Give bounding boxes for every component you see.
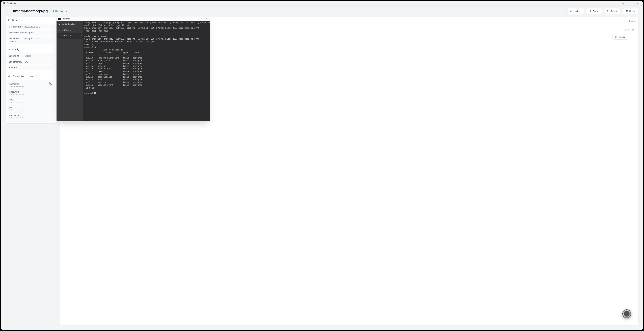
svg-rect-2 xyxy=(630,3,631,4)
credentials-block: username ********** password ********** … xyxy=(8,80,54,122)
basic-card: Basic Creation Time 2023/08/09 11:24 Dat… xyxy=(6,16,56,124)
connection-title: Connection xyxy=(13,75,25,78)
row-db-type: DataBase Type postgresql xyxy=(8,30,54,35)
row-more-button[interactable]: ⋮ xyxy=(631,35,634,39)
terminal-tab-icon xyxy=(58,34,60,37)
terminal-close-button[interactable] xyxy=(204,17,209,20)
delete-label: Delete xyxy=(629,10,636,12)
assistant-bubble[interactable] xyxy=(622,309,631,318)
row-db-version: DataBase Version postgresql-14.8.0 xyxy=(8,36,54,44)
cred-host: host ********** xyxy=(10,98,52,105)
key-creation-time: Creation Time xyxy=(9,26,24,28)
terminal-minimize-button[interactable] xyxy=(194,17,199,20)
window-minimize-button[interactable] xyxy=(619,1,627,5)
cred-host-label: host xyxy=(10,98,52,101)
page-header: umami-ncafasqs-pg Running Update Pause xyxy=(1,6,643,16)
val-storage: 10Gi xyxy=(24,66,29,69)
close-tab-button[interactable]: ✕ xyxy=(80,34,82,37)
val-creation-time: 2023/08/09 11:24 xyxy=(24,26,42,28)
cred-port: port ********** xyxy=(10,105,52,113)
cred-username-label: username xyxy=(10,83,52,85)
terminal-tab-1[interactable]: terminal 1 xyxy=(56,27,83,33)
cred-connection-value: ********** xyxy=(10,117,52,120)
details-label: Details xyxy=(619,36,626,38)
visibility-toggle[interactable] xyxy=(49,82,53,86)
row-limit-cpu: Limit CPU 1 Core xyxy=(8,53,54,58)
status-badge: Running xyxy=(50,9,69,13)
row-limit-memory: Limit Memory 1 Gi xyxy=(8,59,54,64)
key-storage: Storage xyxy=(9,66,24,69)
pause-button[interactable]: Pause xyxy=(586,8,602,14)
items-count: 1 Items xyxy=(628,20,634,22)
connect-button[interactable]: connect xyxy=(27,74,36,78)
terminal-maximize-button[interactable] xyxy=(199,17,204,20)
terminal-sidebar: ＋ Add a Terminal terminal 1 terminal 2 xyxy=(56,21,83,122)
svg-rect-7 xyxy=(8,19,10,21)
terminal-window: >_ Terminal ＋ Add a Terminal xyxy=(56,16,210,122)
terminal-title: Terminal xyxy=(62,18,70,20)
terminal-output[interactable]: root@t40591ccu:~# psql 'postgresql://pos… xyxy=(83,21,210,122)
svg-rect-20 xyxy=(201,18,202,19)
update-button[interactable]: Update xyxy=(567,8,584,14)
cred-username: username ********** xyxy=(10,82,52,90)
cred-port-label: port xyxy=(10,106,52,109)
val-limit-cpu: 1 Core xyxy=(24,55,31,57)
cred-port-value: ********** xyxy=(10,109,52,112)
toolbar: Update Pause Restart Delete xyxy=(567,8,638,14)
app-title: Database xyxy=(7,2,16,4)
page-title: umami-ncafasqs-pg xyxy=(13,9,48,13)
terminal-cursor xyxy=(94,92,96,94)
row-creation-time: Creation Time 2023/08/09 11:24 xyxy=(8,24,54,29)
add-terminal-button[interactable]: ＋ Add a Terminal xyxy=(56,22,83,27)
window-maximize-button[interactable] xyxy=(627,1,634,5)
add-terminal-label: Add a Terminal xyxy=(62,23,76,26)
pause-label: Pause xyxy=(593,10,599,12)
terminal-titlebar[interactable]: >_ Terminal xyxy=(56,17,210,21)
cred-host-value: ********** xyxy=(10,101,52,104)
val-limit-memory: 1 Gi xyxy=(24,60,28,63)
terminal-tab-icon xyxy=(58,29,60,31)
database-icon xyxy=(2,2,5,5)
key-db-version: DataBase Version xyxy=(9,37,24,42)
val-db-version: postgresql-14.8.0 xyxy=(24,37,41,42)
svg-point-0 xyxy=(3,2,4,3)
status-dot-icon xyxy=(53,10,54,12)
cred-connection: connection ********** xyxy=(10,113,52,121)
terminal-tab-1-label: terminal 1 xyxy=(62,29,71,31)
back-button[interactable] xyxy=(6,9,10,14)
restart-button[interactable]: Restart xyxy=(604,8,620,14)
key-db-type: DataBase Type xyxy=(9,31,24,34)
window-close-button[interactable] xyxy=(634,1,642,5)
terminal-tab-2-label: terminal 2 xyxy=(62,34,71,37)
cred-password-value: ********** xyxy=(10,93,52,96)
cred-username-value: ********** xyxy=(10,85,52,88)
terminal-tab-2[interactable]: terminal 2 ✕ xyxy=(56,33,83,38)
cred-password-label: password xyxy=(10,90,52,93)
key-limit-cpu: Limit CPU xyxy=(9,55,24,57)
config-title: Config xyxy=(12,48,19,51)
restart-label: Restart xyxy=(611,10,618,12)
basic-title: Basic xyxy=(12,19,18,22)
key-limit-memory: Limit Memory xyxy=(9,60,24,63)
column-header-operation: ERATION xyxy=(625,29,634,31)
row-storage: Storage 10Gi xyxy=(8,65,54,70)
terminal-output-text: root@t40591ccu:~# psql 'postgresql://pos… xyxy=(84,22,210,94)
status-activity-icon xyxy=(64,11,67,12)
details-button[interactable]: Details xyxy=(612,34,628,40)
cred-connection-label: connection xyxy=(10,114,52,117)
update-label: Update xyxy=(574,10,581,12)
svg-point-12 xyxy=(10,50,10,50)
val-db-type: postgresql xyxy=(24,31,34,34)
svg-point-11 xyxy=(9,49,9,49)
delete-button[interactable]: Delete xyxy=(623,8,638,14)
status-text: Running xyxy=(55,10,63,12)
terminal-icon: >_ xyxy=(58,18,61,20)
plus-icon: ＋ xyxy=(58,23,61,26)
app-titlebar: Database xyxy=(1,1,643,6)
cred-password: password ********** xyxy=(10,90,52,98)
